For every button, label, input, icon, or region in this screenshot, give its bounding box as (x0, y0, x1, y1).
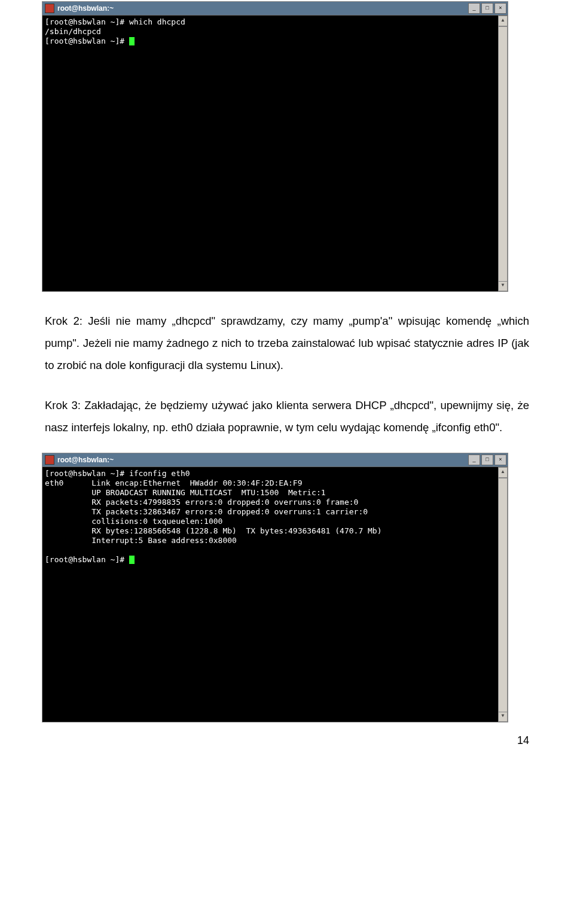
titlebar: root@hsbwlan:~ _ □ × (42, 453, 508, 467)
scroll-down-icon[interactable]: ▼ (498, 280, 508, 291)
terminal-body: [root@hsbwlan ~]# ifconfig eth0 eth0 Lin… (42, 467, 508, 722)
window-controls: _ □ × (468, 3, 506, 14)
scroll-track[interactable] (498, 478, 508, 711)
document-page: root@hsbwlan:~ _ □ × [root@hsbwlan ~]# w… (0, 1, 574, 747)
minimize-button[interactable]: _ (468, 455, 480, 465)
scroll-down-icon[interactable]: ▼ (498, 711, 508, 722)
close-button[interactable]: × (494, 455, 506, 465)
maximize-button[interactable]: □ (481, 455, 493, 465)
terminal-line: RX packets:47998835 errors:0 dropped:0 o… (45, 498, 358, 507)
minimize-button[interactable]: _ (468, 3, 480, 14)
scroll-thumb[interactable] (498, 26, 508, 282)
scroll-up-icon[interactable]: ▲ (498, 16, 508, 26)
scroll-up-icon[interactable]: ▲ (498, 467, 508, 478)
terminal-output[interactable]: [root@hsbwlan ~]# ifconfig eth0 eth0 Lin… (42, 467, 498, 722)
window-title: root@hsbwlan:~ (57, 4, 114, 13)
terminal-line: eth0 Link encap:Ethernet HWaddr 00:30:4F… (45, 478, 302, 487)
terminal-line: collisions:0 txqueuelen:1000 (45, 517, 222, 526)
terminal-line: Interrupt:5 Base address:0x8000 (45, 536, 237, 545)
window-title: root@hsbwlan:~ (57, 456, 114, 464)
terminal-output[interactable]: [root@hsbwlan ~]# which dhcpcd /sbin/dhc… (42, 16, 498, 291)
scrollbar[interactable]: ▲ ▼ (498, 467, 508, 722)
close-button[interactable]: × (494, 3, 506, 14)
terminal-line: [root@hsbwlan ~]# (45, 36, 129, 45)
app-icon (45, 455, 54, 465)
scroll-thumb[interactable] (498, 478, 508, 712)
cursor-icon (129, 556, 135, 564)
terminal-line: [root@hsbwlan ~]# which dhcpcd (45, 17, 185, 26)
titlebar-left: root@hsbwlan:~ (45, 455, 114, 465)
titlebar: root@hsbwlan:~ _ □ × (42, 2, 508, 16)
page-number: 14 (0, 734, 529, 747)
paragraph-step-2: Krok 2: Jeśli nie mamy „dhcpcd" sprawdza… (45, 310, 529, 376)
paragraph-step-3: Krok 3: Zakładając, że będziemy używać j… (45, 394, 529, 438)
terminal-window-1: root@hsbwlan:~ _ □ × [root@hsbwlan ~]# w… (42, 1, 508, 292)
terminal-line: [root@hsbwlan ~]# (45, 555, 129, 564)
terminal-body: [root@hsbwlan ~]# which dhcpcd /sbin/dhc… (42, 16, 508, 291)
app-icon (45, 4, 54, 13)
titlebar-left: root@hsbwlan:~ (45, 4, 114, 13)
window-controls: _ □ × (468, 455, 506, 465)
terminal-line: /sbin/dhcpcd (45, 27, 101, 36)
terminal-line: RX bytes:1288566548 (1228.8 Mb) TX bytes… (45, 526, 382, 535)
scrollbar[interactable]: ▲ ▼ (498, 16, 508, 291)
terminal-line: [root@hsbwlan ~]# ifconfig eth0 (45, 469, 190, 478)
scroll-track[interactable] (498, 26, 508, 280)
cursor-icon (129, 37, 135, 45)
terminal-line: TX packets:32863467 errors:0 dropped:0 o… (45, 507, 368, 516)
terminal-window-2: root@hsbwlan:~ _ □ × [root@hsbwlan ~]# i… (42, 453, 508, 722)
terminal-line: UP BROADCAST RUNNING MULTICAST MTU:1500 … (45, 488, 326, 497)
maximize-button[interactable]: □ (481, 3, 493, 14)
